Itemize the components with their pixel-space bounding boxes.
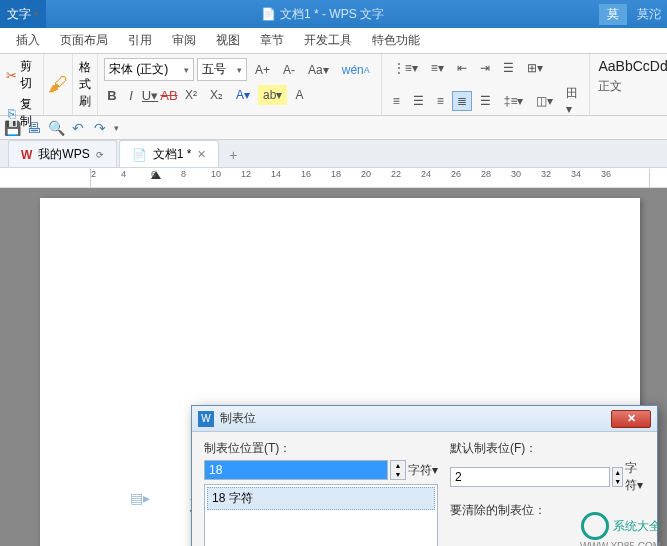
new-tab-button[interactable]: + (221, 143, 245, 167)
redo-icon[interactable]: ↷ (92, 120, 108, 136)
close-icon[interactable]: ✕ (197, 148, 206, 161)
align-left-button[interactable]: ≡ (388, 91, 405, 111)
watermark-url: WWW.XP85.COM (580, 541, 661, 546)
menu-review[interactable]: 审阅 (162, 28, 206, 53)
list-item[interactable]: 18 字符 (207, 487, 435, 510)
modal-overlay: W 制表位 ✕ 制表位位置(T)： ▲▼ 字符▾ 18 字符 (0, 188, 667, 546)
align-dist-button[interactable]: ☰ (475, 91, 496, 111)
default-tab-label: 默认制表位(F)： (450, 440, 645, 457)
borders-button[interactable]: 田▾ (561, 82, 583, 119)
title-bar: 文字▾ 📄文档1 * - WPS 文字 莫 莫沱 (0, 0, 667, 28)
style-sample[interactable]: AaBbCcDd (598, 58, 667, 74)
canvas-area: ▤▸ 建议档 W 制表位 ✕ 制表位位置(T)： ▲▼ 字符▾ (0, 188, 667, 546)
sort-button[interactable]: ⊞▾ (522, 58, 548, 78)
document-tabs: W我的WPS⟳ 📄文档1 *✕ + (0, 140, 667, 168)
cut-label: 剪切 (20, 58, 37, 92)
tab-list[interactable]: 18 字符 (204, 484, 438, 546)
user-name: 莫沱 (631, 6, 667, 23)
tab-doc1[interactable]: 📄文档1 *✕ (119, 140, 220, 167)
menu-references[interactable]: 引用 (118, 28, 162, 53)
style-name: 正文 (598, 78, 667, 95)
dialog-title: 制表位 (220, 410, 611, 427)
tab-stops-dialog: W 制表位 ✕ 制表位位置(T)： ▲▼ 字符▾ 18 字符 (191, 405, 658, 546)
tab-mywps[interactable]: W我的WPS⟳ (8, 140, 117, 167)
app-menu-button[interactable]: 文字▾ (0, 0, 46, 28)
dialog-titlebar[interactable]: W 制表位 ✕ (192, 406, 657, 432)
align-right-button[interactable]: ≡ (432, 91, 449, 111)
line-spacing-button[interactable]: ‡≡▾ (499, 91, 529, 111)
print-icon[interactable]: 🖶 (26, 120, 42, 136)
format-painter-icon[interactable]: 🖌 (50, 77, 66, 93)
ruler-row: 24681012141618202224262830323436 (0, 168, 667, 188)
font-size-select[interactable]: 五号▾ (197, 58, 247, 81)
bold-button[interactable]: B (104, 87, 120, 103)
indent-inc-button[interactable]: ⇥ (475, 58, 495, 78)
font-name-select[interactable]: 宋体 (正文)▾ (104, 58, 194, 81)
align-center-button[interactable]: ☰ (408, 91, 429, 111)
menu-devtools[interactable]: 开发工具 (294, 28, 362, 53)
cut-icon[interactable]: ✂ (6, 67, 17, 83)
menu-insert[interactable]: 插入 (6, 28, 50, 53)
horizontal-ruler[interactable]: 24681012141618202224262830323436 (90, 169, 650, 187)
menu-features[interactable]: 特色功能 (362, 28, 430, 53)
ribbon: ✂剪切 ⎘复制 🖌 格式刷 宋体 (正文)▾ 五号▾ A+ A- Aa▾ wén… (0, 54, 667, 116)
menu-view[interactable]: 视图 (206, 28, 250, 53)
dialog-icon: W (198, 411, 214, 427)
font-color-button[interactable]: A▾ (231, 85, 255, 105)
bullets-button[interactable]: ⋮≡▾ (388, 58, 423, 78)
window-title: 📄文档1 * - WPS 文字 (46, 6, 599, 23)
strike-button[interactable]: AB (161, 87, 177, 103)
clear-tabs-label: 要清除的制表位： (450, 502, 645, 519)
menu-chapter[interactable]: 章节 (250, 28, 294, 53)
char-scale-button[interactable]: ☰ (498, 58, 519, 78)
indent-dec-button[interactable]: ⇤ (452, 58, 472, 78)
default-tab-spinner[interactable]: ▲▼ (612, 467, 623, 487)
superscript-button[interactable]: X² (180, 85, 202, 105)
tab-position-input[interactable] (204, 460, 388, 480)
undo-icon[interactable]: ↶ (70, 120, 86, 136)
save-icon[interactable]: 💾 (4, 120, 20, 136)
shading-button[interactable]: ◫▾ (531, 91, 558, 111)
dialog-close-button[interactable]: ✕ (611, 410, 651, 428)
quick-access-toolbar: 💾 🖶 🔍 ↶ ↷ ▾ (0, 116, 667, 140)
numbering-button[interactable]: ≡▾ (426, 58, 449, 78)
format-painter-label[interactable]: 格式刷 (79, 59, 91, 110)
font-grow-button[interactable]: A+ (250, 60, 275, 80)
align-justify-button[interactable]: ≣ (452, 91, 472, 111)
user-badge[interactable]: 莫 (599, 4, 627, 25)
menu-bar: 插入 页面布局 引用 审阅 视图 章节 开发工具 特色功能 (0, 28, 667, 54)
underline-button[interactable]: U▾ (142, 87, 158, 103)
tab-position-unit[interactable]: 字符▾ (408, 462, 438, 479)
char-border-button[interactable]: A (290, 85, 308, 105)
change-case-button[interactable]: Aa▾ (303, 60, 334, 80)
subscript-button[interactable]: X₂ (205, 85, 228, 105)
phonetic-button[interactable]: wénA (337, 60, 375, 80)
default-tab-unit[interactable]: 字符▾ (625, 460, 645, 494)
italic-button[interactable]: I (123, 87, 139, 103)
default-tab-input[interactable] (450, 467, 610, 487)
tab-position-spinner[interactable]: ▲▼ (390, 460, 406, 480)
highlight-button[interactable]: ab▾ (258, 85, 287, 105)
font-shrink-button[interactable]: A- (278, 60, 300, 80)
menu-page-layout[interactable]: 页面布局 (50, 28, 118, 53)
qat-more-icon[interactable]: ▾ (114, 123, 119, 133)
tab-position-label: 制表位位置(T)： (204, 440, 438, 457)
print-preview-icon[interactable]: 🔍 (48, 120, 64, 136)
